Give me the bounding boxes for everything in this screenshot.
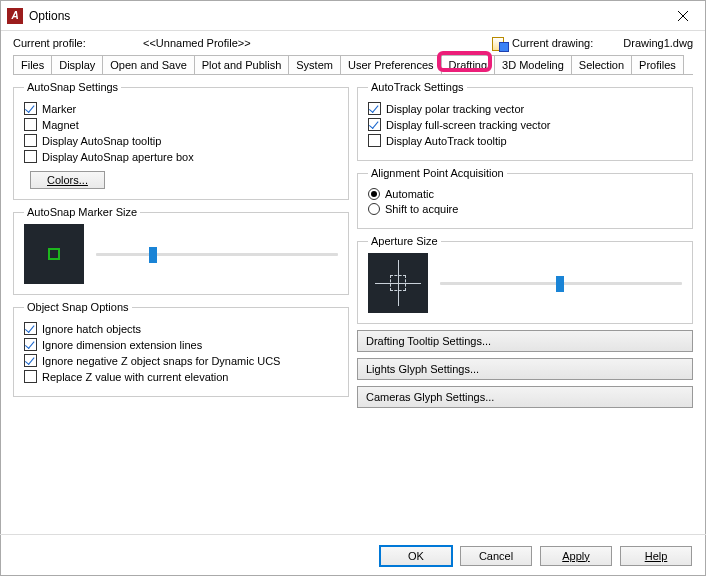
- left-column: AutoSnap Settings Marker Magnet Display …: [13, 81, 349, 408]
- ignore-hatch-row[interactable]: Ignore hatch objects: [24, 322, 338, 335]
- autosnap-aperture-box-label: Display AutoSnap aperture box: [42, 151, 194, 163]
- ignore-neg-z-row[interactable]: Ignore negative Z object snaps for Dynam…: [24, 354, 338, 367]
- autosnap-settings-group: AutoSnap Settings Marker Magnet Display …: [13, 81, 349, 200]
- tab-3d-modeling[interactable]: 3D Modeling: [494, 55, 572, 74]
- autosnap-tooltip-checkbox[interactable]: [24, 134, 37, 147]
- lights-glyph-settings-button[interactable]: Lights Glyph Settings...: [357, 358, 693, 380]
- autosnap-aperture-box-checkbox[interactable]: [24, 150, 37, 163]
- fullscreen-tracking-label: Display full-screen tracking vector: [386, 119, 550, 131]
- ignore-neg-z-label: Ignore negative Z object snaps for Dynam…: [42, 355, 280, 367]
- cancel-button[interactable]: Cancel: [460, 546, 532, 566]
- profile-name: <<Unnamed Profile>>: [143, 37, 492, 49]
- colors-button[interactable]: Colors...: [30, 171, 105, 189]
- aperture-size-legend: Aperture Size: [368, 235, 441, 247]
- autosnap-tooltip-row[interactable]: Display AutoSnap tooltip: [24, 134, 338, 147]
- titlebar: A Options: [1, 1, 705, 31]
- apply-button[interactable]: Apply: [540, 546, 612, 566]
- shift-acquire-row[interactable]: Shift to acquire: [368, 203, 682, 215]
- ignore-dim-ext-label: Ignore dimension extension lines: [42, 339, 202, 351]
- tab-open-and-save[interactable]: Open and Save: [102, 55, 194, 74]
- automatic-label: Automatic: [385, 188, 434, 200]
- polar-tracking-label: Display polar tracking vector: [386, 103, 524, 115]
- alignment-point-group: Alignment Point Acquisition Automatic Sh…: [357, 167, 693, 229]
- aperture-size-group: Aperture Size: [357, 235, 693, 324]
- replace-z-checkbox[interactable]: [24, 370, 37, 383]
- polar-tracking-checkbox[interactable]: [368, 102, 381, 115]
- ignore-neg-z-checkbox[interactable]: [24, 354, 37, 367]
- marker-size-slider[interactable]: [96, 245, 338, 263]
- tab-files[interactable]: Files: [13, 55, 52, 74]
- tab-plot-and-publish[interactable]: Plot and Publish: [194, 55, 290, 74]
- shift-acquire-label: Shift to acquire: [385, 203, 458, 215]
- aperture-preview-icon: [375, 260, 421, 306]
- osnap-options-group: Object Snap Options Ignore hatch objects…: [13, 301, 349, 397]
- aperture-size-slider[interactable]: [440, 274, 682, 292]
- current-drawing-name: Drawing1.dwg: [623, 37, 693, 49]
- autosnap-magnet-label: Magnet: [42, 119, 79, 131]
- help-button[interactable]: Help: [620, 546, 692, 566]
- automatic-row[interactable]: Automatic: [368, 188, 682, 200]
- replace-z-label: Replace Z value with current elevation: [42, 371, 228, 383]
- right-column: AutoTrack Settings Display polar trackin…: [357, 81, 693, 408]
- fullscreen-tracking-row[interactable]: Display full-screen tracking vector: [368, 118, 682, 131]
- profile-row: Current profile: <<Unnamed Profile>> Cur…: [1, 31, 705, 55]
- profile-label: Current profile:: [13, 37, 143, 49]
- ignore-hatch-checkbox[interactable]: [24, 322, 37, 335]
- replace-z-row[interactable]: Replace Z value with current elevation: [24, 370, 338, 383]
- autotrack-tooltip-label: Display AutoTrack tooltip: [386, 135, 507, 147]
- ignore-hatch-label: Ignore hatch objects: [42, 323, 141, 335]
- marker-size-legend: AutoSnap Marker Size: [24, 206, 140, 218]
- shift-acquire-radio[interactable]: [368, 203, 380, 215]
- dialog-footer: OK Cancel Apply Help: [0, 534, 706, 576]
- marker-preview: [24, 224, 84, 284]
- autosnap-marker-size-group: AutoSnap Marker Size: [13, 206, 349, 295]
- drawing-icon: [492, 35, 508, 51]
- tab-system[interactable]: System: [288, 55, 341, 74]
- autosnap-tooltip-label: Display AutoSnap tooltip: [42, 135, 161, 147]
- tab-strip: Files Display Open and Save Plot and Pub…: [13, 55, 693, 75]
- close-icon: [677, 10, 689, 22]
- autotrack-settings-group: AutoTrack Settings Display polar trackin…: [357, 81, 693, 161]
- app-icon: A: [7, 8, 23, 24]
- automatic-radio[interactable]: [368, 188, 380, 200]
- polar-tracking-row[interactable]: Display polar tracking vector: [368, 102, 682, 115]
- osnap-legend: Object Snap Options: [24, 301, 132, 313]
- autosnap-marker-label: Marker: [42, 103, 76, 115]
- autosnap-magnet-checkbox[interactable]: [24, 118, 37, 131]
- cameras-glyph-settings-button[interactable]: Cameras Glyph Settings...: [357, 386, 693, 408]
- tab-drafting[interactable]: Drafting: [441, 55, 496, 74]
- current-drawing-label: Current drawing:: [512, 37, 593, 49]
- ok-button[interactable]: OK: [380, 546, 452, 566]
- aperture-preview: [368, 253, 428, 313]
- tab-selection[interactable]: Selection: [571, 55, 632, 74]
- tab-user-preferences[interactable]: User Preferences: [340, 55, 442, 74]
- marker-preview-icon: [48, 248, 60, 260]
- autosnap-marker-checkbox[interactable]: [24, 102, 37, 115]
- autosnap-magnet-row[interactable]: Magnet: [24, 118, 338, 131]
- drafting-tooltip-settings-button[interactable]: Drafting Tooltip Settings...: [357, 330, 693, 352]
- tab-display[interactable]: Display: [51, 55, 103, 74]
- fullscreen-tracking-checkbox[interactable]: [368, 118, 381, 131]
- ignore-dim-ext-checkbox[interactable]: [24, 338, 37, 351]
- window-title: Options: [29, 9, 661, 23]
- autotrack-tooltip-checkbox[interactable]: [368, 134, 381, 147]
- autosnap-aperture-box-row[interactable]: Display AutoSnap aperture box: [24, 150, 338, 163]
- close-button[interactable]: [661, 1, 705, 31]
- autosnap-legend: AutoSnap Settings: [24, 81, 121, 93]
- tab-profiles[interactable]: Profiles: [631, 55, 684, 74]
- tab-body: AutoSnap Settings Marker Magnet Display …: [1, 75, 705, 414]
- ignore-dim-ext-row[interactable]: Ignore dimension extension lines: [24, 338, 338, 351]
- autosnap-marker-row[interactable]: Marker: [24, 102, 338, 115]
- autotrack-legend: AutoTrack Settings: [368, 81, 467, 93]
- alignment-legend: Alignment Point Acquisition: [368, 167, 507, 179]
- autotrack-tooltip-row[interactable]: Display AutoTrack tooltip: [368, 134, 682, 147]
